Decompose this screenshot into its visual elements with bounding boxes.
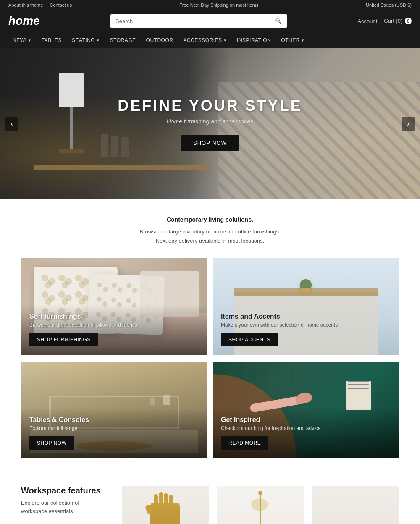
read-more-button[interactable]: Read More (221, 436, 268, 450)
top-bar-left: About this theme Contact us (8, 3, 72, 8)
workspace-section: Workspace features Explore our collectio… (0, 465, 420, 524)
nav-label: ACCESSORIES (183, 37, 222, 43)
hero-subtitle: Home furnishing and accessories (118, 118, 302, 125)
hand-sculpture-image (122, 486, 209, 524)
featured-grid: Soft furnishings Browse our great select… (0, 258, 420, 362)
items-accents-overlay: Items and Accents Make it your own with … (213, 304, 399, 355)
shop-accents-button[interactable]: Shop Accents (221, 333, 278, 346)
header: home 🔍 Account Cart (0) 0 (0, 10, 420, 32)
nav-label: STORAGE (110, 37, 136, 43)
cart-link[interactable]: Cart (0) 0 (384, 18, 412, 25)
nav-label: OUTDOOR (146, 37, 173, 43)
cart-count-badge: 0 (405, 18, 412, 24)
table-decor (34, 165, 210, 170)
info-section: Contemporary living solutions. Browse ou… (0, 199, 420, 258)
get-inspired-card: Get Inspired Check out our blog for insp… (213, 362, 399, 458)
workspace-desc: Explore our collection of workspace esse… (21, 499, 105, 515)
lamp-image (217, 486, 304, 524)
get-inspired-desc: Check out our blog for inspiration and a… (221, 425, 391, 431)
items-accents-card: Items and Accents Make it your own with … (213, 258, 399, 355)
notebook-decoration (346, 381, 371, 410)
chevron-down-icon: ▼ (301, 39, 304, 42)
hero-title: DEFINE YOUR STYLE (118, 97, 302, 115)
soft-furnishings-desc: Browse our great selection of pillows an… (29, 322, 199, 328)
workspace-info: Workspace features Explore our collectio… (21, 486, 105, 524)
get-inspired-overlay: Get Inspired Check out our blog for insp… (213, 408, 399, 458)
hero-next-button[interactable]: › (402, 117, 415, 131)
nav-label: TABLES (42, 37, 62, 43)
nav-label: NEW! (13, 37, 26, 43)
search-icon: 🔍 (275, 18, 282, 24)
product-hand-sculpture (122, 486, 209, 524)
account-link[interactable]: Account (357, 18, 377, 24)
contact-us-link[interactable]: Contact us (50, 3, 72, 8)
hero-prev-button[interactable]: ‹ (5, 117, 18, 131)
hero-shop-now-button[interactable]: SHOP NOW (181, 135, 239, 151)
product-desk (312, 486, 399, 524)
top-bar: About this theme Contact us Free Next Da… (0, 0, 420, 10)
logo[interactable]: home (8, 14, 40, 28)
lamp-shape (260, 494, 261, 524)
chevron-down-icon: ▼ (96, 39, 100, 42)
main-nav: NEW! ▼ TABLES SEATING ▼ STORAGE OUTDOOR … (0, 32, 420, 48)
promo-banner: Free Next Day Shipping on most items (179, 3, 258, 8)
nav-item-tables[interactable]: TABLES (37, 32, 66, 48)
soft-furnishings-title: Soft furnishings (29, 313, 199, 320)
nav-label: INSPIRATION (237, 37, 271, 43)
chevron-down-icon: ▼ (28, 39, 31, 42)
info-desc: Browse our large inventory of home and o… (8, 227, 412, 246)
nav-item-seating[interactable]: SEATING ▼ (68, 32, 104, 48)
tables-consoles-card: Tables & Consoles Explore our full range… (21, 362, 207, 458)
workspace-products (122, 486, 399, 524)
lamp-decor (55, 73, 88, 166)
nav-item-inspiration[interactable]: INSPIRATION (233, 32, 275, 48)
nav-item-accessories[interactable]: ACCESSORIES ▼ (179, 32, 231, 48)
nav-item-storage[interactable]: STORAGE (106, 32, 140, 48)
info-title: Contemporary living solutions. (8, 216, 412, 223)
tables-consoles-title: Tables & Consoles (29, 416, 199, 424)
hero-banner: DEFINE YOUR STYLE Home furnishing and ac… (0, 48, 420, 199)
nav-label: SEATING (72, 37, 95, 43)
shop-furnishings-button[interactable]: Shop Furnishings (29, 333, 98, 346)
nav-item-other[interactable]: OTHER ▼ (277, 32, 309, 48)
header-right: Account Cart (0) 0 (357, 18, 412, 25)
bottom-cards-grid: Tables & Consoles Explore our full range… (0, 362, 420, 465)
region-selector[interactable]: United States (USD $) (366, 3, 412, 8)
search-button[interactable]: 🔍 (270, 14, 287, 28)
workspace-title: Workspace features (21, 486, 105, 495)
items-accents-desc: Make it your own with our selection of h… (221, 322, 391, 328)
nav-item-outdoor[interactable]: OUTDOOR (142, 32, 178, 48)
soft-furnishings-overlay: Soft furnishings Browse our great select… (21, 304, 207, 355)
nav-item-new[interactable]: NEW! ▼ (8, 32, 36, 48)
tables-consoles-desc: Explore our full range (29, 425, 199, 431)
hero-content: DEFINE YOUR STYLE Home furnishing and ac… (118, 97, 302, 151)
nav-label: OTHER (281, 37, 300, 43)
items-accents-title: Items and Accents (221, 313, 391, 320)
about-theme-link[interactable]: About this theme (8, 3, 43, 8)
soft-furnishings-card: Soft furnishings Browse our great select… (21, 258, 207, 355)
product-lamp (217, 486, 304, 524)
get-inspired-title: Get Inspired (221, 416, 391, 424)
tables-consoles-overlay: Tables & Consoles Explore our full range… (21, 408, 207, 458)
chevron-down-icon: ▼ (223, 39, 227, 42)
desk-image (312, 486, 399, 524)
search-input[interactable] (110, 15, 270, 28)
tables-shop-now-button[interactable]: Shop Now (29, 436, 74, 450)
search-bar: 🔍 (110, 14, 287, 28)
